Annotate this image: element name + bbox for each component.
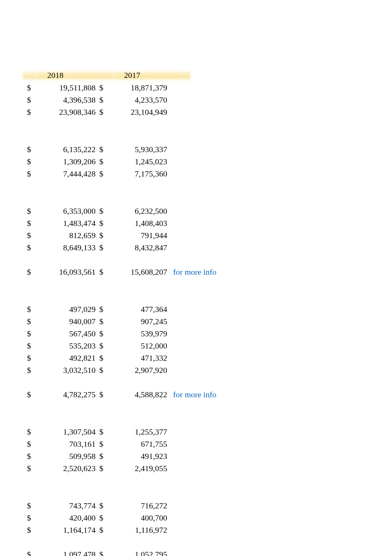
- value-year-1: 19,511,808: [35, 83, 97, 92]
- value-year-1: 492,821: [35, 354, 97, 363]
- table-row: $16,093,561$15,608,207for more info: [27, 268, 293, 280]
- section-gap: [27, 255, 293, 268]
- value-year-2: 2,907,920: [107, 366, 169, 375]
- table-row: $1,309,206$1,245,023: [27, 157, 293, 169]
- currency-symbol: $: [97, 390, 107, 399]
- value-year-2: 15,608,207: [107, 268, 169, 277]
- value-year-1: 1,483,474: [35, 219, 97, 228]
- currency-symbol: $: [97, 464, 107, 473]
- value-year-2: 907,245: [107, 317, 169, 326]
- value-year-1: 7,444,428: [35, 169, 97, 178]
- table-row: $3,032,510$2,907,920: [27, 366, 293, 378]
- currency-symbol: $: [27, 428, 35, 436]
- value-year-2: 1,408,403: [107, 219, 169, 228]
- table-row: $1,483,474$1,408,403: [27, 219, 293, 231]
- financial-table: $19,511,808$18,871,379$4,396,538$4,233,5…: [27, 83, 293, 556]
- value-year-2: 1,116,972: [107, 526, 169, 535]
- value-year-1: 743,774: [35, 501, 97, 510]
- more-info-link[interactable]: for more info: [173, 390, 216, 399]
- header-blank: [23, 70, 37, 81]
- value-year-1: 1,097,478: [35, 550, 97, 556]
- section-gap: [27, 538, 293, 550]
- currency-symbol: $: [97, 501, 107, 510]
- currency-symbol: $: [27, 305, 35, 314]
- currency-symbol: $: [27, 342, 35, 350]
- table-row: $1,097,478$1,052,795: [27, 550, 293, 556]
- currency-symbol: $: [97, 366, 107, 375]
- value-year-2: 1,245,023: [107, 157, 169, 166]
- value-year-2: 7,175,360: [107, 169, 169, 178]
- currency-symbol: $: [97, 317, 107, 326]
- value-year-2: 400,700: [107, 514, 169, 522]
- value-year-1: 812,659: [35, 231, 97, 240]
- value-year-2: 491,923: [107, 452, 169, 461]
- table-row: $535,203$512,000: [27, 342, 293, 354]
- value-year-1: 509,958: [35, 452, 97, 461]
- currency-symbol: $: [97, 305, 107, 314]
- table-row: $8,649,133$8,432,847: [27, 243, 293, 255]
- currency-symbol: $: [97, 354, 107, 363]
- header-year-1-label: 2018: [47, 71, 63, 80]
- currency-symbol: $: [27, 268, 35, 277]
- currency-symbol: $: [97, 428, 107, 436]
- value-year-2: 1,255,377: [107, 428, 169, 436]
- value-year-1: 23,908,346: [35, 108, 97, 117]
- value-year-1: 703,161: [35, 440, 97, 449]
- table-row: $743,774$716,272: [27, 501, 293, 514]
- header-year-1: 2018: [37, 70, 114, 81]
- currency-symbol: $: [27, 207, 35, 216]
- currency-symbol: $: [97, 157, 107, 166]
- currency-symbol: $: [27, 452, 35, 461]
- table-row: $703,161$671,755: [27, 440, 293, 452]
- currency-symbol: $: [97, 169, 107, 178]
- value-year-1: 3,032,510: [35, 366, 97, 375]
- value-year-1: 497,029: [35, 305, 97, 314]
- currency-symbol: $: [27, 169, 35, 178]
- value-year-1: 940,007: [35, 317, 97, 326]
- table-row: $812,659$791,944: [27, 231, 293, 243]
- value-year-1: 4,396,538: [35, 96, 97, 104]
- value-year-2: 4,588,822: [107, 390, 169, 399]
- value-year-1: 16,093,561: [35, 268, 97, 277]
- value-year-2: 5,930,337: [107, 145, 169, 154]
- table-row: $4,396,538$4,233,570: [27, 96, 293, 108]
- section-gap: [27, 402, 293, 428]
- section-gap: [27, 476, 293, 501]
- currency-symbol: $: [97, 83, 107, 92]
- currency-symbol: $: [97, 329, 107, 338]
- currency-symbol: $: [97, 526, 107, 535]
- more-info-link[interactable]: for more info: [173, 267, 216, 277]
- header-year-2: 2017: [114, 70, 190, 81]
- currency-symbol: $: [27, 390, 35, 399]
- value-year-1: 2,520,623: [35, 464, 97, 473]
- currency-symbol: $: [27, 366, 35, 375]
- value-year-1: 6,135,222: [35, 145, 97, 154]
- value-year-1: 6,353,000: [35, 207, 97, 216]
- currency-symbol: $: [97, 207, 107, 216]
- header-year-2-label: 2017: [124, 71, 140, 80]
- value-year-2: 6,232,500: [107, 207, 169, 216]
- table-row: $497,029$477,364: [27, 305, 293, 317]
- table-row: $7,444,428$7,175,360: [27, 169, 293, 182]
- value-year-1: 4,782,275: [35, 390, 97, 399]
- table-row: $4,782,275$4,588,822for more info: [27, 390, 293, 402]
- table-row: $2,520,623$2,419,055: [27, 464, 293, 476]
- currency-symbol: $: [97, 219, 107, 228]
- document-page: 2018 2017 $19,511,808$18,871,379$4,396,5…: [0, 0, 392, 556]
- table-row: $6,135,222$5,930,337: [27, 145, 293, 157]
- table-row: $1,164,174$1,116,972: [27, 526, 293, 538]
- value-year-2: 8,432,847: [107, 243, 169, 252]
- currency-symbol: $: [27, 354, 35, 363]
- section-gap: [27, 378, 293, 390]
- section-gap: [27, 182, 293, 207]
- value-year-2: 539,979: [107, 329, 169, 338]
- note-cell: for more info: [169, 390, 216, 399]
- currency-symbol: $: [97, 452, 107, 461]
- value-year-2: 477,364: [107, 305, 169, 314]
- currency-symbol: $: [97, 342, 107, 350]
- value-year-1: 567,450: [35, 329, 97, 338]
- table-row: $509,958$491,923: [27, 452, 293, 464]
- note-cell: for more info: [169, 268, 216, 277]
- value-year-2: 471,332: [107, 354, 169, 363]
- value-year-2: 1,052,795: [107, 550, 169, 556]
